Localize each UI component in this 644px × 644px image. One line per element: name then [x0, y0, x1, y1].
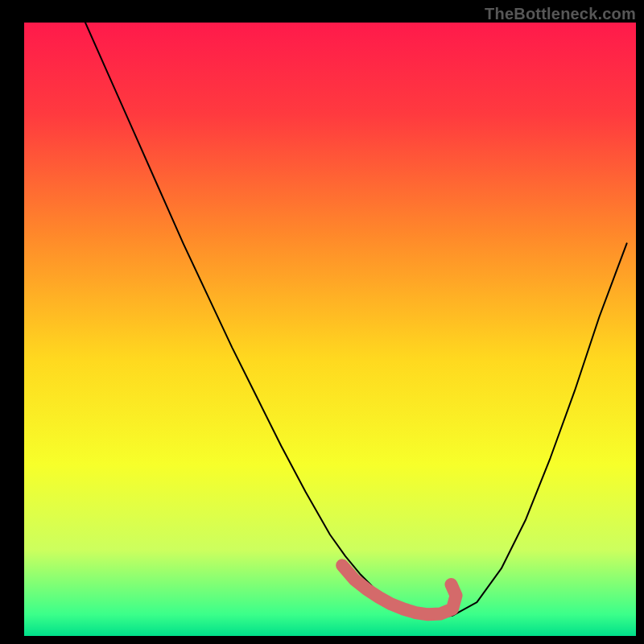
chart-container: TheBottleneck.com: [0, 0, 644, 644]
plot-background: [24, 23, 636, 636]
chart-svg: [0, 0, 644, 644]
watermark: TheBottleneck.com: [485, 5, 636, 23]
